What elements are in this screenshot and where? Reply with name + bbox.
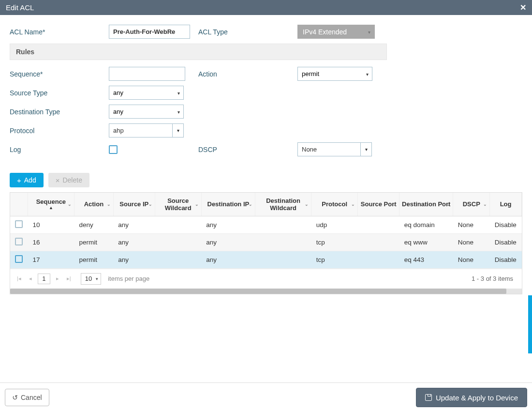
row-checkbox[interactable] — [15, 238, 23, 245]
chevron-down-icon[interactable]: ⌄ — [195, 202, 199, 207]
chevron-down-icon[interactable]: ⌄ — [305, 202, 309, 207]
cell-source-port — [358, 233, 399, 251]
acl-name-label: ACL Name* — [10, 28, 109, 36]
apply-button-label: Update & Apply to Device — [436, 394, 518, 402]
dscp-select[interactable]: None ▾ — [297, 142, 372, 156]
pager-next-icon[interactable]: ▸ — [54, 275, 61, 282]
cell-source-ip: any — [113, 251, 155, 268]
log-checkbox[interactable] — [109, 145, 118, 154]
pager-last-icon[interactable]: ▸| — [65, 275, 73, 282]
pager-first-icon[interactable]: |◂ — [15, 275, 23, 282]
side-handle[interactable] — [528, 295, 532, 353]
col-dest-wildcard[interactable]: Destination Wildcard⌄ — [255, 193, 311, 216]
cell-source-wildcard — [155, 251, 201, 268]
cell-source-port — [358, 251, 399, 268]
close-icon[interactable]: ✕ — [520, 3, 526, 12]
row-checkbox[interactable] — [15, 255, 23, 263]
add-button[interactable]: + Add — [10, 173, 44, 187]
cell-dest-ip: any — [201, 216, 255, 233]
add-button-label: Add — [24, 176, 36, 184]
col-source-ip[interactable]: Source IP⌄ — [113, 193, 155, 216]
cancel-button-label: Cancel — [21, 394, 42, 401]
row-checkbox[interactable] — [15, 220, 23, 228]
cell-protocol: tcp — [311, 251, 358, 268]
chevron-down-icon[interactable]: ⌄ — [107, 202, 111, 207]
cell-protocol: tcp — [311, 233, 358, 251]
dscp-value: None — [302, 146, 317, 153]
acl-type-select: IPv4 Extended — [297, 25, 375, 39]
sort-asc-icon: ▲ — [30, 205, 72, 210]
delete-button: × Delete — [48, 173, 89, 187]
cell-source-ip: any — [113, 216, 155, 233]
dscp-label: DSCP — [198, 146, 297, 153]
chevron-down-icon[interactable]: ⌄ — [148, 202, 152, 207]
table-row[interactable]: 10denyanyanyudpeq domainNoneDisable — [10, 216, 522, 233]
cell-source-wildcard — [155, 233, 201, 251]
destination-type-label: Destination Type — [10, 108, 109, 116]
source-type-label: Source Type — [10, 89, 109, 97]
delete-button-label: Delete — [62, 176, 82, 184]
cell-dest-wildcard — [255, 251, 311, 268]
cell-dscp: None — [453, 251, 490, 268]
chevron-down-icon[interactable]: ⌄ — [483, 202, 487, 207]
pager-page-input[interactable]: 1 — [38, 274, 50, 284]
cell-log: Disable — [490, 251, 522, 268]
cell-dest-ip: any — [201, 233, 255, 251]
pager-prev-icon[interactable]: ◂ — [27, 275, 34, 282]
cell-source-port — [358, 216, 399, 233]
protocol-select[interactable]: ahp ▾ — [109, 123, 184, 137]
col-dest-port[interactable]: Destination Port⌄ — [399, 193, 453, 216]
destination-type-select[interactable]: any — [109, 105, 184, 119]
chevron-down-icon[interactable]: ⌄ — [393, 202, 397, 207]
chevron-down-icon[interactable]: ⌄ — [68, 202, 72, 207]
cell-dest-port: eq domain — [399, 216, 453, 233]
col-source-port[interactable]: Source Port⌄ — [358, 193, 399, 216]
cell-dest-wildcard — [255, 216, 311, 233]
col-sequence[interactable]: Sequence▲⌄ — [28, 193, 74, 216]
col-dest-ip[interactable]: Destination IP⌄ — [201, 193, 255, 216]
cell-action: deny — [74, 216, 113, 233]
horizontal-scrollbar[interactable] — [10, 289, 522, 294]
plus-icon: + — [17, 177, 21, 184]
chevron-down-icon[interactable]: ⌄ — [249, 202, 252, 207]
header-checkbox[interactable] — [10, 193, 28, 216]
chevron-down-icon[interactable]: ⌄ — [446, 202, 450, 207]
cell-source-wildcard — [155, 216, 201, 233]
cell-sequence: 17 — [28, 251, 74, 268]
sequence-label: Sequence* — [10, 70, 109, 78]
x-icon: × — [56, 177, 60, 184]
pager-summary: 1 - 3 of 3 items — [472, 275, 517, 282]
pager-size-select[interactable]: 10 — [81, 273, 101, 285]
col-protocol[interactable]: Protocol⌄ — [311, 193, 358, 216]
rules-section-header: Rules — [10, 44, 387, 60]
protocol-value: ahp — [113, 127, 124, 134]
cell-dest-wildcard — [255, 233, 311, 251]
cell-log: Disable — [490, 216, 522, 233]
cell-dscp: None — [453, 216, 490, 233]
cell-action: permit — [74, 233, 113, 251]
col-action[interactable]: Action⌄ — [74, 193, 113, 216]
col-dscp[interactable]: DSCP⌄ — [453, 193, 490, 216]
chevron-down-icon[interactable]: ▾ — [360, 142, 372, 156]
protocol-label: Protocol — [10, 127, 109, 135]
chevron-down-icon[interactable]: ⌄ — [351, 202, 355, 207]
action-label: Action — [198, 70, 297, 78]
acl-name-input[interactable] — [109, 25, 190, 39]
col-source-wildcard[interactable]: Source Wildcard⌄ — [155, 193, 201, 216]
pager-items-label: items per page — [108, 275, 149, 282]
source-type-select[interactable]: any — [109, 86, 184, 100]
cancel-button[interactable]: ↻ Cancel — [5, 389, 49, 406]
log-label: Log — [10, 146, 109, 153]
cell-log: Disable — [490, 233, 522, 251]
col-log[interactable]: Log — [490, 193, 522, 216]
acl-type-value: IPv4 Extended — [303, 28, 347, 36]
cell-dest-port: eq 443 — [399, 251, 453, 268]
apply-button[interactable]: Update & Apply to Device — [416, 388, 527, 407]
chevron-down-icon[interactable]: ▾ — [172, 123, 184, 137]
sequence-input[interactable] — [109, 67, 185, 81]
table-row[interactable]: 16permitanyanytcpeq wwwNoneDisable — [10, 233, 522, 251]
cell-sequence: 16 — [28, 233, 74, 251]
cell-dscp: None — [453, 233, 490, 251]
action-select[interactable]: permit — [297, 67, 372, 81]
table-row[interactable]: 17permitanyanytcpeq 443NoneDisable — [10, 251, 522, 268]
